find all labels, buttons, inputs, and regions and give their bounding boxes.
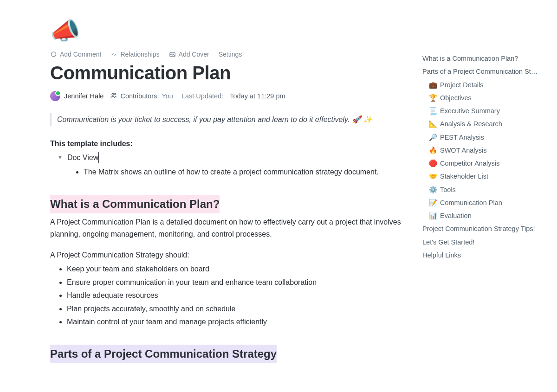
updated-label: Last Updated: — [181, 92, 223, 100]
outline-link[interactable]: Project Communication Strategy Tips! — [422, 222, 543, 235]
owner-name: Jennifer Hale — [64, 92, 104, 100]
outline-sub-link[interactable]: 📝Communication Plan — [422, 196, 543, 209]
updated-value: Today at 11:29 pm — [230, 92, 285, 100]
relationships-icon — [110, 51, 117, 58]
section-parts: Parts of a Project Communication Strateg… — [50, 344, 403, 363]
outline-item-label: Tools — [440, 183, 456, 196]
outline-item-icon: 📐 — [429, 117, 437, 130]
svg-point-3 — [115, 93, 116, 95]
megaphone-icon: 📣 — [50, 17, 403, 45]
outline-item-icon: 🛑 — [429, 157, 437, 170]
add-comment-label: Add Comment — [60, 51, 101, 58]
svg-point-0 — [52, 51, 56, 56]
add-cover-label: Add Cover — [179, 51, 209, 58]
contributors-chip[interactable]: Contributors: You — [110, 92, 173, 101]
main-content: 📣 Add Comment Relationships Add Cover Se… — [50, 17, 403, 363]
outline-item-label: SWOT Analysis — [440, 144, 486, 157]
add-comment-button[interactable]: Add Comment — [50, 51, 101, 58]
outline-sub-link[interactable]: 🔥SWOT Analysis — [422, 144, 543, 157]
outline-sub-link[interactable]: 💼Project Details — [422, 78, 543, 91]
outline-item-icon: ⚙️ — [429, 183, 437, 196]
what-is-paragraph: A Project Communication Plan is a detail… — [50, 216, 403, 240]
outline-sub-link[interactable]: 🏆Objectives — [422, 91, 543, 104]
outline-item-icon: 🤝 — [429, 170, 437, 183]
outline-item-label: Objectives — [440, 91, 472, 104]
document-body: This template includes: ▼ Doc View The M… — [50, 138, 403, 363]
outline-item-label: Stakeholder List — [440, 170, 488, 183]
template-includes-label: This template includes: — [50, 140, 133, 148]
list-item: Keep your team and stakeholders on board — [67, 263, 403, 275]
doc-view-label: Doc View — [67, 152, 99, 164]
outline-item-label: Competitor Analysis — [440, 157, 499, 170]
should-label: A Project Communication Strategy should: — [50, 249, 403, 261]
outline-sub-link[interactable]: 🛑Competitor Analysis — [422, 157, 543, 170]
outline-link[interactable]: What is a Communication Plan? — [422, 52, 543, 65]
avatar — [50, 91, 60, 101]
outline-sub-link[interactable]: ⚙️Tools — [422, 183, 543, 196]
outline-link[interactable]: Helpful Links — [422, 249, 543, 262]
contributors-label: Contributors: — [120, 92, 159, 100]
relationships-button[interactable]: Relationships — [110, 51, 159, 58]
intro-quote: Communication is your ticket to success,… — [50, 113, 403, 126]
outline-item-label: Evaluation — [440, 209, 472, 222]
outline-item-icon: 🔎 — [429, 131, 437, 144]
contributors-value: You — [162, 92, 173, 100]
outline-link[interactable]: Let's Get Started! — [422, 236, 543, 249]
add-cover-button[interactable]: Add Cover — [169, 51, 209, 58]
outline-item-icon: 🏆 — [429, 91, 437, 104]
outline-sub-link[interactable]: 📃Executive Summary — [422, 104, 543, 117]
doc-view-toggle[interactable]: ▼ Doc View — [58, 152, 403, 164]
page-title: Communication Plan — [50, 63, 403, 84]
outline-link[interactable]: Parts of a Project Communication St… — [422, 65, 543, 78]
section-what-is: What is a Communication Plan? A Project … — [50, 194, 403, 328]
outline-item-icon: 📝 — [429, 196, 437, 209]
outline-item-label: Communication Plan — [440, 196, 502, 209]
outline-item-label: Project Details — [440, 78, 483, 91]
svg-point-2 — [112, 93, 114, 95]
outline-sub-link[interactable]: 📐Analysis & Research — [422, 117, 543, 130]
people-icon — [110, 92, 117, 101]
outline-item-label: Analysis & Research — [440, 117, 502, 130]
outline-item-label: Executive Summary — [440, 104, 500, 117]
outline-item-icon: 📊 — [429, 209, 437, 222]
outline-sub-link[interactable]: 🔎PEST Analysis — [422, 131, 543, 144]
settings-button[interactable]: Settings — [219, 51, 242, 58]
collapse-icon: ▼ — [58, 154, 63, 162]
heading-what-is: What is a Communication Plan? — [50, 195, 220, 213]
settings-label: Settings — [219, 51, 242, 58]
page-meta: Jennifer Hale Contributors: You Last Upd… — [50, 91, 403, 101]
heading-parts: Parts of a Project Communication Strateg… — [50, 345, 277, 363]
list-item: Plan projects accurately, smoothly and o… — [67, 303, 403, 315]
outline-sub-link[interactable]: 🤝Stakeholder List — [422, 170, 543, 183]
outline-item-icon: 📃 — [429, 104, 437, 117]
list-item: Handle adequate resources — [67, 289, 403, 302]
relationships-label: Relationships — [120, 51, 159, 58]
should-list: Keep your team and stakeholders on board… — [50, 263, 403, 328]
owner-chip[interactable]: Jennifer Hale — [50, 91, 104, 101]
image-icon — [169, 51, 176, 58]
outline-item-icon: 💼 — [429, 78, 437, 91]
page-toolbar: Add Comment Relationships Add Cover Sett… — [50, 51, 403, 58]
outline-sidebar: What is a Communication Plan? Parts of a… — [422, 52, 543, 262]
doc-view-bullet: The Matrix shows an outline of how to cr… — [84, 166, 403, 178]
comment-icon — [50, 51, 57, 58]
outline-sub-link[interactable]: 📊Evaluation — [422, 209, 543, 222]
list-item: Maintain control of your team and manage… — [67, 316, 403, 328]
list-item: Ensure proper communication in your team… — [67, 276, 403, 289]
outline-item-icon: 🔥 — [429, 144, 437, 157]
outline-item-label: PEST Analysis — [440, 131, 484, 144]
